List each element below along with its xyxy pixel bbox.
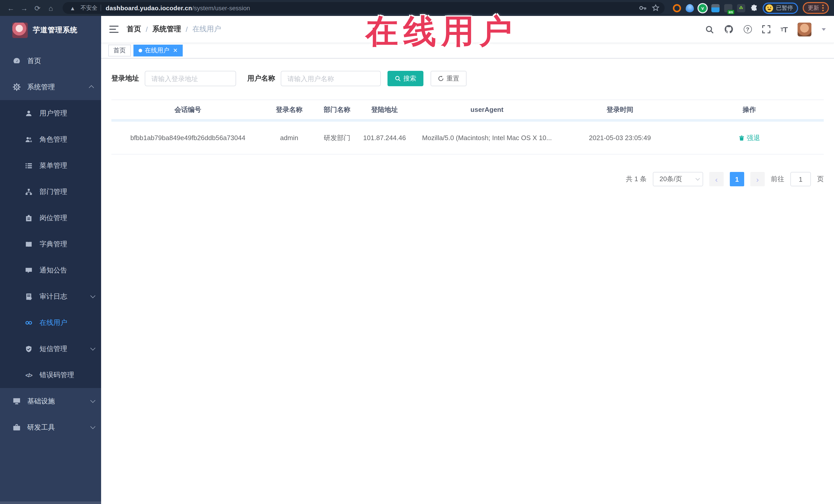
tab-home[interactable]: 首页 [108,45,131,57]
divider [101,5,101,11]
forward-icon[interactable]: → [19,2,30,14]
browser-toolbar: ← → ⟳ ⌂ ▲ 不安全 dashboard.yudao.iocoder.cn… [0,0,834,16]
breadcrumb-current: 在线用户 [193,25,221,34]
font-size-icon[interactable]: TT [781,25,787,34]
key-icon[interactable] [639,4,647,12]
sidebar-item-infrastructure[interactable]: 基础设施 [0,388,101,414]
extension-icon-leaf[interactable]: ☘ [737,4,745,12]
close-icon[interactable]: ✕ [173,47,178,54]
cell-address: 101.87.244.46 [360,120,409,154]
sidebar-item-role-mgmt[interactable]: 角色管理 [0,126,101,152]
breadcrumb-system[interactable]: 系统管理 [152,25,181,34]
chevron-down-icon [696,176,700,181]
sidebar-bottom-strip [0,501,101,504]
avatar-caret-icon[interactable] [822,28,826,32]
app-header: 首页 / 系统管理 / 在线用户 ? TT [101,16,834,43]
reset-button[interactable]: 重置 [431,71,466,86]
users-icon [25,135,33,144]
sidebar-logo[interactable]: 芋道管理系统 [0,16,101,45]
breadcrumb: 首页 / 系统管理 / 在线用户 [127,25,221,34]
sidebar-item-dev-tools[interactable]: 研发工具 [0,414,101,440]
sidebar-item-online-users[interactable]: 在线用户 [0,309,101,336]
search-icon[interactable] [705,25,714,34]
col-actions: 操作 [675,100,824,120]
extension-icon-gem[interactable] [711,4,720,12]
force-logout-button[interactable]: 强退 [739,133,760,143]
extension-icon-ring[interactable] [673,4,681,12]
logo-image [12,23,28,38]
back-icon[interactable]: ← [5,2,17,14]
tags-view-bar: 首页 在线用户 ✕ [101,43,834,59]
fullscreen-icon[interactable] [762,25,770,34]
extension-icon-v[interactable]: v [699,4,707,12]
reload-icon[interactable]: ⟳ [32,2,43,14]
code-icon: </> [25,371,33,379]
chevron-down-icon [90,345,95,351]
sidebar-item-audit-log[interactable]: 审计日志 [0,283,101,309]
goto-page-input[interactable] [790,172,811,186]
col-username: 登录名称 [264,100,314,120]
extension-icon-drop[interactable] [686,4,694,12]
badge-icon [25,214,33,222]
sessions-table: 会话编号 登录名称 部门名称 登陆地址 userAgent 登录时间 操作 bf… [111,100,824,154]
login-address-input[interactable] [145,71,236,86]
list-icon [25,161,33,170]
breadcrumb-home[interactable]: 首页 [127,25,141,34]
current-page-button[interactable]: 1 [730,172,744,186]
book-icon [25,240,33,248]
hamburger-icon[interactable] [109,26,118,33]
next-page-button[interactable]: › [750,172,765,186]
sidebar-item-system[interactable]: 系统管理 [0,74,101,100]
paused-extension-chip[interactable]: 已暂停 [763,2,798,14]
col-dept: 部门名称 [314,100,360,120]
page-size-select[interactable]: 20条/页 [653,172,703,186]
cell-dept: 研发部门 [314,120,360,154]
tab-online-users[interactable]: 在线用户 ✕ [133,45,183,57]
chevron-down-icon [90,398,95,403]
col-session-id: 会话编号 [111,100,264,120]
home-icon[interactable]: ⌂ [45,2,57,14]
security-warning-icon: ▲ [70,5,75,11]
help-icon[interactable]: ? [743,25,752,34]
update-button[interactable]: 更新 [803,2,829,14]
sidebar-item-post-mgmt[interactable]: 岗位管理 [0,205,101,231]
pagination-total: 共 1 条 [626,175,647,184]
security-warning-label[interactable]: 不安全 [81,4,97,12]
extensions-puzzle-icon[interactable] [750,4,758,12]
app-title: 芋道管理系统 [33,26,78,35]
refresh-icon [438,75,444,82]
trash-icon [739,135,745,141]
search-icon [395,75,401,82]
search-button[interactable]: 搜索 [388,71,423,86]
chevron-up-icon [89,85,94,90]
goto-unit: 页 [817,175,824,184]
username-input[interactable] [281,71,381,86]
sidebar-item-error-code[interactable]: </> 错误码管理 [0,362,101,388]
paused-badge: 已暂停 [776,4,793,12]
prev-page-button[interactable]: ‹ [709,172,724,186]
address-bar[interactable]: ▲ 不安全 dashboard.yudao.iocoder.cn /system… [63,2,665,14]
sidebar-item-home[interactable]: 首页 [0,48,101,74]
online-users-icon [25,319,33,327]
url-path: /system/user-session [192,4,250,12]
bookmark-star-icon[interactable] [652,4,659,12]
sidebar-item-notice[interactable]: 通知公告 [0,257,101,283]
avatar[interactable] [797,22,811,36]
pagination: 共 1 条 20条/页 ‹ 1 › 前往 页 [111,172,824,186]
extension-icon-translate[interactable]: en [724,4,732,12]
chevron-down-icon [90,424,95,429]
sidebar-item-menu-mgmt[interactable]: 菜单管理 [0,152,101,179]
cell-username: admin [264,120,314,154]
browser-menu-icon[interactable] [822,5,824,11]
sidebar-item-user-mgmt[interactable]: 用户管理 [0,100,101,126]
gear-icon [12,83,21,91]
sidebar-item-sms-mgmt[interactable]: 短信管理 [0,336,101,362]
announcement-icon [25,266,33,274]
username-label: 用户名称 [247,74,275,83]
github-icon[interactable] [724,25,733,34]
table-header-row: 会话编号 登录名称 部门名称 登陆地址 userAgent 登录时间 操作 [111,100,824,120]
extensions-area: v en ☘ 已暂停 更新 [671,2,829,14]
sidebar-menu: 首页 系统管理 用户管理 角色管理 [0,45,101,440]
sidebar-item-dict-mgmt[interactable]: 字典管理 [0,231,101,257]
sidebar-item-dept-mgmt[interactable]: 部门管理 [0,179,101,205]
